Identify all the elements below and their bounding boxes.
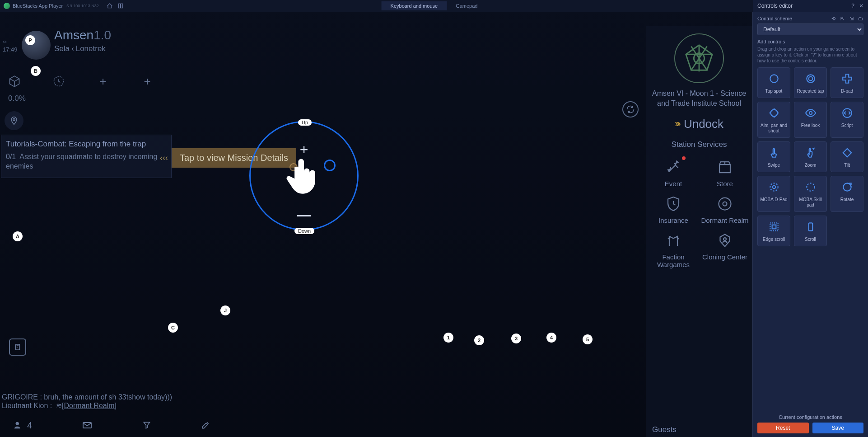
key-badge-c[interactable]: C — [168, 323, 178, 333]
control-moba-dpad[interactable]: MOBA D-Pad — [757, 176, 790, 212]
svg-rect-26 — [772, 225, 776, 229]
bottom-hud: 4 — [14, 420, 210, 431]
shield-icon — [663, 194, 683, 214]
input-mode-tabs: Keyboard and mouse Gamepad — [382, 1, 487, 10]
tilt-icon — [841, 146, 854, 159]
control-moba-skill[interactable]: MOBA Skill pad — [794, 176, 827, 212]
control-rotate[interactable]: Rotate — [831, 176, 863, 212]
editor-help-icon[interactable]: ? — [851, 3, 854, 9]
service-cloning[interactable]: Cloning Center — [701, 230, 749, 268]
control-swipe[interactable]: Swipe — [757, 141, 790, 172]
filter-button[interactable] — [142, 421, 151, 430]
status-time: ⌔ 17:49 — [3, 39, 18, 53]
scheme-refresh-icon[interactable]: ⟲ — [830, 15, 836, 22]
recents-icon[interactable] — [116, 1, 125, 10]
cube-icon[interactable] — [8, 75, 21, 88]
control-edge-scroll[interactable]: Edge scroll — [757, 216, 790, 246]
plus-icon-2[interactable]: + — [141, 75, 154, 88]
chat-link[interactable]: [Dormant Realm] — [62, 402, 117, 409]
contacts-button[interactable]: 4 — [14, 420, 32, 431]
key-badge-4[interactable]: 4 — [546, 333, 556, 343]
mail-button[interactable] — [82, 420, 93, 431]
control-tilt[interactable]: Tilt — [831, 141, 863, 172]
station-services-header: Station Services — [649, 140, 749, 149]
mission-title: Tutorials-Combat: Escaping from the trap — [6, 140, 167, 149]
location-pin-icon[interactable] — [5, 111, 23, 130]
notification-dot-icon — [682, 156, 686, 160]
save-button[interactable]: Save — [812, 423, 864, 433]
control-zoom[interactable]: Zoom — [794, 141, 827, 172]
key-badge-p[interactable]: P — [25, 35, 35, 45]
editor-title: Controls editor — [757, 3, 793, 9]
home-icon[interactable] — [105, 1, 114, 10]
scheme-folder-icon[interactable]: 🗀 — [857, 15, 863, 22]
undock-button[interactable]: ››› Undock — [649, 117, 749, 131]
contacts-count: 4 — [27, 420, 32, 431]
control-free-look[interactable]: Free look — [794, 102, 827, 138]
player-name: Amsen — [54, 28, 93, 42]
control-repeated-tap[interactable]: Repeated tap — [794, 67, 827, 98]
key-badge-2[interactable]: 2 — [474, 335, 484, 345]
ring-up-label[interactable]: Up — [298, 119, 312, 126]
system-name: Sela — [54, 44, 70, 53]
svg-point-12 — [723, 202, 727, 206]
key-badge-5[interactable]: 5 — [583, 334, 593, 344]
tools-button[interactable] — [201, 421, 210, 430]
tab-keyboard-mouse[interactable]: Keyboard and mouse — [382, 1, 447, 10]
refresh-icon[interactable] — [622, 101, 639, 117]
svg-point-7 — [16, 422, 19, 425]
svg-point-5 — [13, 118, 15, 120]
service-faction[interactable]: Faction Wargames — [649, 230, 697, 268]
controls-editor-panel: Controls editor ? ✕ Control scheme ⟲ ⇱ ⇲… — [752, 12, 868, 437]
svg-point-22 — [772, 186, 775, 189]
zoom-control-ring[interactable]: + — [249, 121, 359, 230]
scheme-select[interactable]: Default — [757, 23, 863, 35]
control-scroll[interactable]: Scroll — [794, 216, 827, 246]
control-dpad[interactable]: D-pad — [831, 67, 863, 98]
svg-rect-27 — [808, 223, 812, 230]
crosshair-icon — [768, 107, 780, 119]
reset-button[interactable]: Reset — [757, 423, 809, 433]
station-name: Amsen VI - Moon 1 - Science and Trade In… — [649, 89, 749, 109]
svg-rect-0 — [118, 4, 120, 8]
control-aim[interactable]: Aim, pan and shoot — [757, 102, 790, 138]
player-version: 1.0 — [93, 28, 111, 42]
editor-close-icon[interactable]: ✕ — [859, 3, 863, 9]
zoom-minus-icon — [297, 215, 311, 216]
moba-skill-icon — [804, 181, 817, 193]
editor-footer: Current configuration actions Reset Save — [753, 411, 868, 437]
scheme-export-icon[interactable]: ⇱ — [839, 15, 845, 22]
key-badge-b[interactable]: B — [31, 66, 41, 76]
station-panel: Amsen VI - Moon 1 - Science and Trade In… — [646, 26, 752, 437]
key-badge-a[interactable]: A — [13, 231, 23, 241]
edge-scroll-icon — [768, 221, 780, 233]
service-dormant[interactable]: Dormant Realm — [701, 194, 749, 224]
ring-down-label[interactable]: Down — [294, 228, 314, 234]
key-badge-j[interactable]: J — [220, 305, 230, 315]
service-event[interactable]: Event — [649, 157, 697, 188]
plus-icon-1[interactable]: + — [97, 75, 109, 88]
service-store[interactable]: Store — [701, 157, 749, 188]
control-script[interactable]: Script — [831, 102, 863, 138]
guests-label[interactable]: Guests — [652, 425, 677, 434]
tab-gamepad[interactable]: Gamepad — [447, 1, 486, 10]
clipboard-icon[interactable] — [9, 338, 26, 356]
editor-header: Controls editor ? ✕ — [753, 0, 868, 12]
service-insurance[interactable]: Insurance — [649, 194, 697, 224]
repeated-tap-icon — [804, 72, 817, 85]
player-avatar[interactable] — [22, 31, 51, 60]
portal-icon — [715, 194, 735, 214]
control-tap-spot[interactable]: Tap spot — [757, 67, 790, 98]
zoom-icon — [804, 146, 817, 159]
timer-icon[interactable] — [52, 75, 65, 88]
scroll-icon — [804, 221, 817, 233]
game-viewport[interactable]: ⌔ 17:49 Amsen1.0 Sela‹Lonetrek + + 0.0% … — [0, 12, 752, 437]
key-badge-3[interactable]: 3 — [511, 334, 521, 343]
mission-panel[interactable]: Tutorials-Combat: Escaping from the trap… — [1, 135, 172, 178]
eye-icon — [804, 107, 817, 119]
controls-grid: Tap spot Repeated tap D-pad Aim, pan and… — [753, 67, 868, 246]
scheme-import-icon[interactable]: ⇲ — [848, 15, 854, 22]
key-badge-1[interactable]: 1 — [443, 333, 453, 343]
clock-text: 17:49 — [3, 46, 18, 53]
svg-point-18 — [809, 112, 812, 115]
